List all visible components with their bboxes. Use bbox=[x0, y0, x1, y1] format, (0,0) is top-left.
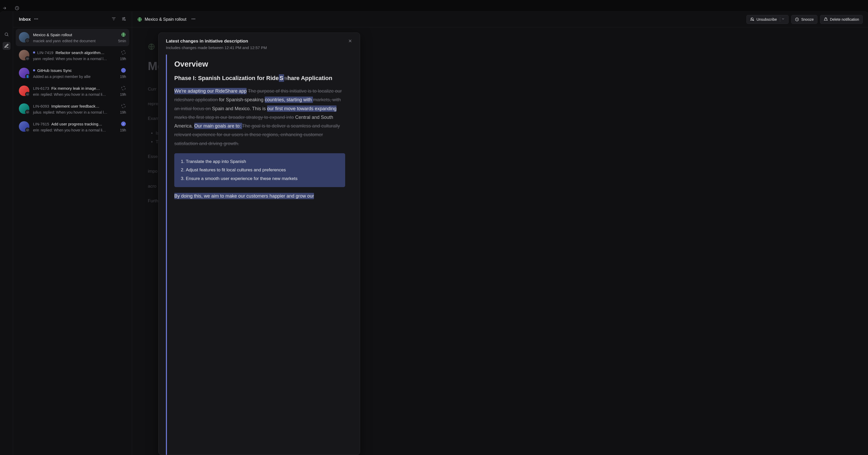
notification-item[interactable]: ↩ LIN-6093 Implement user feedback… juli… bbox=[16, 100, 129, 118]
globe-icon bbox=[148, 43, 155, 50]
snooze-label: Snooze bbox=[801, 17, 813, 22]
notification-event: replied: When you hover in a normal l… bbox=[42, 57, 118, 61]
diff-content: Overview Phase I: Spanish Localization f… bbox=[166, 55, 352, 455]
inbox-title: Inbox bbox=[19, 17, 31, 22]
notification-time: 19h bbox=[120, 128, 126, 132]
notification-title: Fix memory leak in image… bbox=[51, 86, 119, 90]
filter-icon[interactable] bbox=[112, 17, 116, 22]
notification-time: 19h bbox=[120, 92, 126, 96]
unsubscribe-button[interactable]: Unsubscribe bbox=[746, 15, 788, 24]
avatar: ↩ bbox=[19, 104, 29, 114]
avatar-reply-badge: ↩ bbox=[25, 127, 30, 132]
notification-time: 19h bbox=[120, 57, 126, 61]
notification-time: 19h bbox=[120, 75, 126, 79]
notification-actors: julius bbox=[33, 110, 41, 114]
inbox-more-icon[interactable] bbox=[34, 17, 38, 22]
notification-item[interactable]: ↩ LIN-6173 Fix memory leak in image… eri… bbox=[16, 82, 129, 100]
notification-item[interactable]: 👤 GitHub Issues Sync Added as a project … bbox=[16, 64, 129, 82]
svg-point-1 bbox=[5, 33, 8, 36]
notification-actors: maciek and yann bbox=[33, 39, 61, 43]
unsubscribe-label: Unsubscribe bbox=[756, 17, 777, 22]
svg-point-3 bbox=[36, 18, 36, 19]
clock-rail-icon[interactable] bbox=[15, 6, 20, 11]
notification-event: edited the document bbox=[62, 39, 117, 43]
avatar-reply-badge: ↩ bbox=[25, 56, 30, 61]
svg-point-12 bbox=[194, 18, 195, 19]
main-more-icon[interactable] bbox=[191, 17, 196, 22]
notification-event: replied: When you hover in a normal li… bbox=[41, 92, 118, 96]
notification-id: LIN-7615 bbox=[33, 122, 49, 126]
diff-panel-header: Latest changes in initiative description… bbox=[159, 33, 360, 55]
notification-title: Mexico & Spain rollout bbox=[33, 32, 119, 37]
main-body: Me Curr repre Exam Is T Esse impo acro F… bbox=[132, 27, 868, 455]
notification-event: replied: When you hover in a normal l… bbox=[43, 110, 119, 114]
notification-time: 5min bbox=[118, 39, 126, 43]
notification-item[interactable]: Mexico & Spain rollout maciek and yann e… bbox=[16, 29, 129, 46]
avatar: 👤 bbox=[19, 68, 29, 78]
notification-item[interactable]: ↩ LIN-7419 Refactor search algorithm… ya… bbox=[16, 47, 129, 64]
svg-point-10 bbox=[192, 18, 192, 19]
compose-icon[interactable] bbox=[3, 42, 10, 50]
delete-notification-button[interactable]: Delete notification bbox=[820, 15, 863, 24]
status-dashed-icon bbox=[121, 86, 126, 91]
notification-id: LIN-6093 bbox=[33, 104, 49, 108]
diff-trailing: By doing this, we aim to make our custom… bbox=[174, 192, 345, 200]
status-dashed-icon bbox=[121, 104, 126, 109]
avatar-member-badge: 👤 bbox=[25, 74, 30, 79]
main-title-text: Mexico & Spain rollout bbox=[145, 17, 186, 22]
notification-id: LIN-6173 bbox=[33, 86, 49, 90]
notification-item[interactable]: ↩ LIN-7615 Add user progress tracking… ✓… bbox=[16, 118, 129, 135]
diff-panel: Latest changes in initiative description… bbox=[158, 32, 360, 455]
diff-phase-heading: Phase I: Spanish Localization for RideSs… bbox=[174, 75, 345, 82]
svg-point-6 bbox=[123, 18, 123, 19]
diff-paragraph: We're adapting our RideShare app The pur… bbox=[174, 87, 345, 148]
svg-point-4 bbox=[37, 18, 38, 19]
notification-title: GitHub Issues Sync bbox=[37, 68, 119, 73]
expand-sidebar-icon[interactable] bbox=[2, 6, 7, 11]
avatar-reply-badge: ↩ bbox=[25, 110, 30, 114]
inbox-column: Inbox Mexico & Spain rollout bbox=[13, 11, 132, 455]
notification-title: Add user progress tracking… bbox=[51, 122, 119, 126]
app-frame: Inbox Mexico & Spain rollout bbox=[0, 11, 868, 455]
diff-header-title: Latest changes in initiative description bbox=[166, 38, 348, 44]
avatar: ↩ bbox=[19, 86, 29, 96]
diff-overview-heading: Overview bbox=[174, 60, 345, 68]
globe-icon bbox=[137, 17, 142, 22]
snooze-button[interactable]: Snooze bbox=[791, 15, 817, 24]
notification-time: 19h bbox=[120, 110, 126, 114]
list-item: Translate the app into Spanish bbox=[186, 158, 340, 166]
diff-added-list: Translate the app into Spanish Adjust fe… bbox=[174, 153, 345, 187]
notification-title: Refactor search algorithm… bbox=[56, 50, 119, 55]
notification-actors: erin bbox=[33, 128, 39, 132]
avatar-group-badge bbox=[25, 38, 30, 43]
left-rail bbox=[0, 11, 13, 455]
notification-actors: erin bbox=[33, 92, 39, 96]
main-column: Mexico & Spain rollout Unsubscribe Snooz… bbox=[132, 11, 868, 455]
status-dashed-icon bbox=[121, 50, 126, 55]
settings-sliders-icon[interactable] bbox=[121, 17, 126, 22]
avatar-reply-badge: ↩ bbox=[25, 92, 30, 96]
status-check-icon: ✓ bbox=[121, 121, 126, 126]
svg-point-2 bbox=[35, 18, 35, 19]
inbox-header: Inbox bbox=[13, 11, 132, 27]
main-title: Mexico & Spain rollout bbox=[137, 17, 196, 22]
svg-point-7 bbox=[125, 20, 126, 21]
svg-point-11 bbox=[193, 18, 194, 19]
delete-label: Delete notification bbox=[830, 17, 859, 22]
notification-actors: yann bbox=[33, 57, 41, 61]
chevron-down-icon[interactable] bbox=[781, 17, 785, 22]
main-header: Mexico & Spain rollout Unsubscribe Snooz… bbox=[132, 11, 868, 27]
notification-title: Implement user feedback… bbox=[51, 104, 119, 108]
globe-icon bbox=[121, 32, 126, 37]
avatar: ↩ bbox=[19, 121, 29, 132]
unread-dot-icon bbox=[33, 51, 35, 54]
diff-header-subtitle: Includes changes made between 12:41 PM a… bbox=[166, 46, 348, 50]
avatar bbox=[19, 32, 29, 42]
svg-point-5 bbox=[124, 17, 125, 18]
list-item: Ensure a smooth user experience for thes… bbox=[186, 174, 340, 183]
search-icon[interactable] bbox=[3, 30, 10, 38]
notification-event: replied: When you hover in a normal li… bbox=[41, 128, 118, 132]
close-icon[interactable] bbox=[348, 38, 352, 44]
list-item: Adjust features to fit local cultures an… bbox=[186, 166, 340, 174]
inbox-list: Mexico & Spain rollout maciek and yann e… bbox=[13, 27, 132, 455]
